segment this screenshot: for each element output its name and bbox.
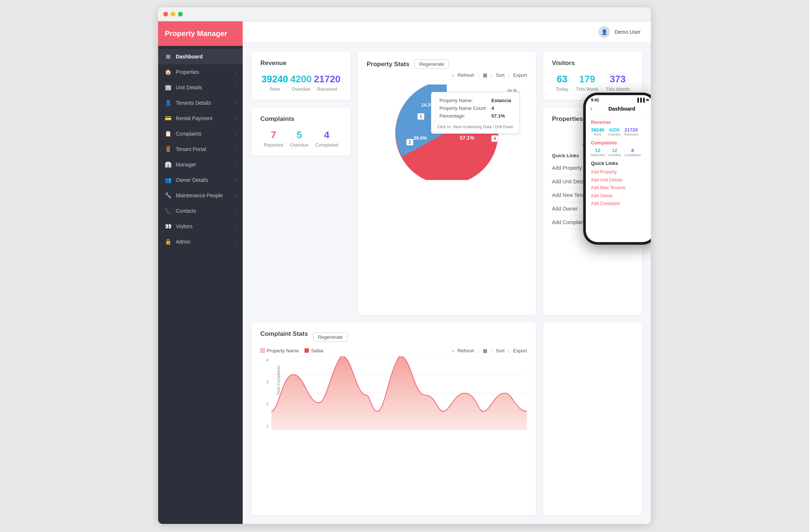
avatar: 👤 <box>598 26 610 38</box>
title-bar <box>158 7 651 21</box>
sidebar-item-tenants[interactable]: 👤 Tenants Details › <box>158 95 243 111</box>
sidebar-item-contacts[interactable]: 📞 Contacts › <box>158 203 243 219</box>
sidebar-item-dashboard[interactable]: ⊞ Dashboard <box>158 49 243 64</box>
complaint-sort-button[interactable]: Sort <box>496 348 505 353</box>
pie-tag-1: 1 <box>417 113 424 120</box>
complaint-chart-toolbar: Property Name Safaa › Refresh | ▦ | S <box>260 348 527 353</box>
phone-rent-stat: 39240 Rent <box>591 127 604 136</box>
chevron-right-icon: › <box>235 162 236 167</box>
complaints-overdue-stat: 5 Overdue <box>290 129 309 148</box>
rent-value: 39240 <box>261 73 288 85</box>
admin-icon: 🔒 <box>165 238 171 245</box>
phone-link-property[interactable]: Add Property <box>591 168 649 176</box>
complaints-title: Complaints <box>260 115 342 123</box>
chart-toolbar: › Refresh | ▦ | Sort | Export <box>367 72 527 78</box>
complaint-regenerate-button[interactable]: Regenerate <box>313 332 348 342</box>
export-button[interactable]: Export <box>513 72 527 78</box>
chart-svg-container: Total Complaints <box>271 356 527 430</box>
visitors-today: 63 Today <box>556 73 569 92</box>
phone-overdue-label: Overdue <box>608 133 621 136</box>
maintenance-icon: 🔧 <box>165 192 171 199</box>
phone-back-button[interactable]: ‹ <box>590 105 592 112</box>
y-label-4: 4 <box>260 358 268 362</box>
sidebar-item-label: Contacts <box>176 208 196 214</box>
phone-statusbar: 9:41 ▐▐▐ ≋ <box>586 95 651 103</box>
phone-time: 9:41 <box>591 98 599 103</box>
sidebar-item-unit-details[interactable]: 🏢 Unit Details › <box>158 80 243 95</box>
sidebar-item-manager[interactable]: 👔 Manager › <box>158 157 243 172</box>
pie-tooltip: Property Name: Estancia Property Name Co… <box>431 92 520 134</box>
complaint-refresh-button[interactable]: Refresh <box>457 348 474 353</box>
sidebar-nav: ⊞ Dashboard 🏠 Properties › 🏢 Unit Detail… <box>158 46 243 524</box>
phone-overdue-value: 4200 <box>608 127 621 133</box>
sidebar-item-complaints[interactable]: 📋 Complaints › <box>158 126 243 141</box>
complaints-icon: 📋 <box>165 130 171 137</box>
sort-button[interactable]: Sort <box>496 72 505 78</box>
overdue-label: Overdue <box>291 86 312 92</box>
bottom-right-card <box>543 322 642 515</box>
regenerate-button[interactable]: Regenerate <box>414 60 449 69</box>
sidebar-item-label: Manager <box>176 162 196 168</box>
sidebar-item-properties[interactable]: 🏠 Properties › <box>158 64 243 80</box>
received-label: Received <box>314 86 341 92</box>
phone-complaints-reported-label: Reported <box>591 153 605 157</box>
chevron-right-icon: › <box>235 240 236 244</box>
sidebar-item-admin[interactable]: 🔒 Admin › <box>158 234 243 249</box>
phone-link-unit[interactable]: Add Unit Details <box>591 176 649 184</box>
phone-screen: 9:41 ▐▐▐ ≋ ‹ Dashboard <box>586 95 651 242</box>
phone-nav-title: Dashboard <box>594 106 650 112</box>
complaint-export-button[interactable]: Export <box>513 348 527 353</box>
rent-label: Rent <box>261 86 288 92</box>
phone-received-label: Received <box>624 133 638 136</box>
phone-link-owner[interactable]: Add Owner <box>591 192 649 200</box>
phone-revenue-title: Revenue <box>591 119 649 125</box>
property-stats-header: Property Stats Regenerate <box>367 60 527 69</box>
visitors-month-label: This Month <box>606 86 630 92</box>
phone-rent-label: Rent <box>591 133 604 136</box>
refresh-button[interactable]: Refresh <box>457 72 474 78</box>
y-label-1: 1 <box>260 424 268 428</box>
dashboard-content: Revenue 39240 Rent 4200 Overdue <box>243 43 651 524</box>
visitors-week: 179 This Week <box>576 73 598 92</box>
tooltip-property-label: Property Name: <box>437 97 489 104</box>
visitors-stats: 63 Today 179 This Week 373 This Month <box>552 73 633 92</box>
chevron-right-icon: › <box>235 193 236 198</box>
sidebar-item-visitors[interactable]: 👀 Visitors › <box>158 219 243 234</box>
chevron-right-icon: › <box>235 70 236 74</box>
legend-label-safaa: Safaa <box>311 348 323 353</box>
complaint-chart-area: 4 3 2 1 Total Complaints <box>260 356 527 430</box>
sidebar-item-owner[interactable]: 👥 Owner Details › <box>158 172 243 188</box>
phone-received-stat: 21720 Received <box>624 127 638 136</box>
chevron-right-icon: › <box>235 224 236 229</box>
rent-stat: 39240 Rent <box>261 73 288 92</box>
maximize-dot[interactable] <box>178 12 183 17</box>
chevron-right-icon: › <box>235 101 236 105</box>
phone-link-complaint[interactable]: Add Complaint <box>591 200 649 208</box>
area-chart-svg <box>271 356 527 430</box>
sidebar-item-label: Tenant Portal <box>176 146 206 152</box>
complaint-stats-card: Complaint Stats Regenerate Property Name… <box>252 322 536 515</box>
overdue-value: 4200 <box>291 73 312 85</box>
sidebar-item-label: Dashboard <box>176 54 203 60</box>
revenue-title: Revenue <box>260 60 342 67</box>
sidebar-item-tenant-portal[interactable]: 🚪 Tenant Portal › <box>158 141 243 157</box>
rental-icon: 💳 <box>165 115 171 122</box>
received-value: 21720 <box>314 73 341 85</box>
close-dot[interactable] <box>163 12 168 17</box>
minimize-dot[interactable] <box>171 12 175 17</box>
sidebar-item-rental[interactable]: 💳 Rental Payment › <box>158 111 243 126</box>
tooltip-percentage-value: 57.1% <box>489 112 513 120</box>
sidebar-item-maintenance[interactable]: 🔧 Maintenance People › <box>158 188 243 203</box>
phone-quick-links-title: Quick Links <box>591 161 649 166</box>
complaint-bar-icon: ▦ <box>483 348 487 353</box>
sidebar-item-label: Unit Details <box>176 85 202 90</box>
pie-label-red: 57.1% <box>460 135 474 141</box>
complaints-completed-label: Completed <box>315 142 338 148</box>
refresh-chevron-icon: › <box>452 72 454 78</box>
phone-frame: 9:41 ▐▐▐ ≋ ‹ Dashboard <box>583 93 651 245</box>
complaints-completed-stat: 4 Completed <box>315 129 338 148</box>
phone-link-tenants[interactable]: Add New Tenants <box>591 184 649 192</box>
sidebar-title: Property Manager <box>165 29 236 38</box>
legend-container: Property Name Safaa <box>260 348 323 353</box>
pie-tag-2: 2 <box>406 139 413 145</box>
